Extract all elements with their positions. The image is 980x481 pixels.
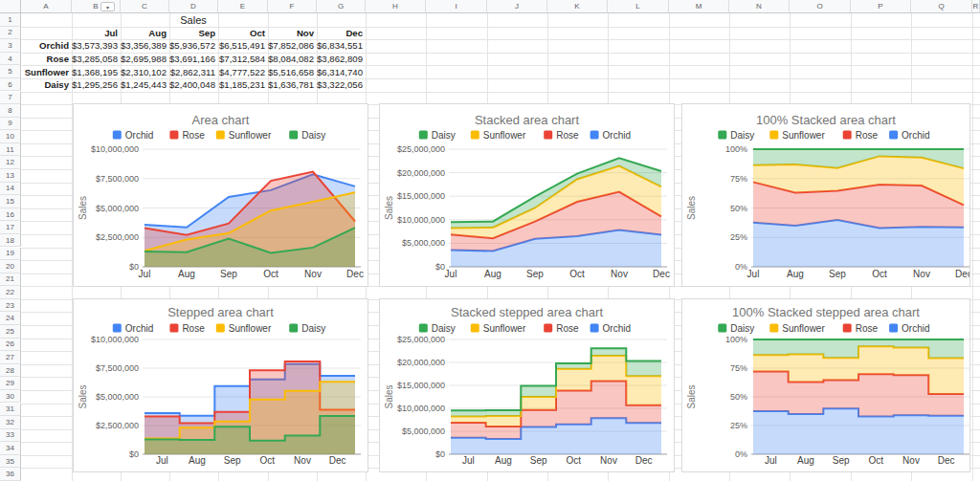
row-header-29[interactable]: 29 [0,377,21,390]
row-header-1[interactable]: 1 [0,13,21,27]
row-header-4[interactable]: 4 [0,53,21,66]
row-header-17[interactable]: 17 [0,221,21,234]
cell-value[interactable]: $6,834,551 [317,39,366,53]
chart-stepped-area-chart[interactable]: Stepped area chartOrchidRoseSunflowerDai… [73,298,368,472]
cell-value[interactable]: $6,314,740 [317,65,366,78]
cell-value[interactable]: $3,356,389 [121,39,169,53]
cell-value[interactable]: $1,245,443 [121,78,169,92]
cell-value[interactable]: $8,084,082 [268,53,317,66]
cell-value[interactable]: $2,862,311 [169,65,218,78]
row-header-5[interactable]: 5 [0,65,21,78]
column-header-Q[interactable]: Q [911,0,972,13]
row-header-22[interactable]: 22 [0,286,21,299]
cell-month[interactable]: Nov [268,27,317,40]
row-header-27[interactable]: 27 [0,351,21,364]
legend-swatch-rose [169,131,178,140]
row-header-2[interactable]: 2 [0,27,21,40]
cell-value[interactable]: $3,862,809 [317,53,366,66]
row-header-32[interactable]: 32 [0,416,21,429]
cell-row-label[interactable]: Orchid [21,39,72,53]
chart-stacked-stepped-area-chart[interactable]: Stacked stepped area chartDaisySunflower… [379,298,675,472]
cell-value[interactable]: $3,285,058 [72,53,121,66]
cell-month[interactable]: Dec [317,27,366,40]
row-header-16[interactable]: 16 [0,208,21,222]
row-header-10[interactable]: 10 [0,130,21,143]
cell-row-label[interactable]: Rose [21,53,72,66]
column-header-R[interactable]: R [972,0,980,13]
row-header-26[interactable]: 26 [0,339,21,352]
cell-value[interactable]: $1,185,231 [218,78,268,92]
chart-100-stacked-stepped-area-chart[interactable]: 100% Stacked stepped area chartDaisySunf… [681,298,970,472]
column-header-L[interactable]: L [608,0,669,13]
cell-month[interactable]: Jul [72,27,121,40]
cell-value[interactable]: $6,515,491 [218,39,268,53]
row-header-9[interactable]: 9 [0,118,21,131]
row-header-31[interactable]: 31 [0,404,21,417]
cell-month[interactable]: Aug [121,27,169,40]
row-header-13[interactable]: 13 [0,169,21,183]
column-header-G[interactable]: G [317,0,366,13]
cell-value[interactable]: $2,695,988 [121,53,169,66]
row-header-14[interactable]: 14 [0,183,21,196]
column-header-C[interactable]: C [121,0,169,13]
cell-value[interactable]: $7,852,086 [268,39,317,53]
row-header-19[interactable]: 19 [0,248,21,261]
column-header-I[interactable]: I [426,0,487,13]
row-header-28[interactable]: 28 [0,364,21,378]
row-header-35[interactable]: 35 [0,455,21,469]
cell-row-label[interactable]: Sunflower [21,65,72,78]
column-header-K[interactable]: K [547,0,608,13]
cell-value[interactable]: $5,936,572 [169,39,218,53]
x-tick-label: Aug [189,455,206,466]
y-tick-label: $0 [129,262,139,272]
cell-value[interactable]: $1,636,781 [268,78,317,92]
cell-value[interactable]: $3,573,393 [72,39,121,53]
cell-month[interactable]: Oct [218,27,268,40]
cell-value[interactable]: $4,777,522 [218,65,268,78]
cell-value[interactable]: $7,312,584 [218,53,268,66]
cell-value[interactable]: $1,368,195 [72,65,121,78]
row-header-23[interactable]: 23 [0,299,21,313]
row-header-3[interactable]: 3 [0,39,21,53]
row-header-6[interactable]: 6 [0,78,21,92]
column-header-F[interactable]: F [268,0,317,13]
row-header-20[interactable]: 20 [0,260,21,273]
select-all-corner[interactable] [0,0,21,13]
row-header-36[interactable]: 36 [0,468,21,481]
chart-100-stacked-area-chart[interactable]: 100% Stacked area chartDaisySunflowerRos… [681,103,970,287]
row-header-34[interactable]: 34 [0,442,21,455]
cell-value[interactable]: $1,295,256 [72,78,121,92]
column-b-dropdown-button[interactable]: ▾ [100,2,115,11]
column-header-M[interactable]: M [669,0,729,13]
row-header-15[interactable]: 15 [0,195,21,208]
column-header-O[interactable]: O [790,0,851,13]
cell-title[interactable]: Sales [21,13,366,27]
x-tick-label: Nov [304,269,322,279]
column-header-H[interactable]: H [366,0,426,13]
row-header-18[interactable]: 18 [0,234,21,248]
chart-area-chart[interactable]: Area chartOrchidRoseSunflowerDaisy$0$2,5… [73,103,368,287]
row-header-25[interactable]: 25 [0,325,21,339]
row-header-7[interactable]: 7 [0,92,21,105]
row-header-24[interactable]: 24 [0,312,21,325]
row-header-8[interactable]: 8 [0,104,21,118]
row-header-12[interactable]: 12 [0,156,21,169]
cell-value[interactable]: $3,691,166 [169,53,218,66]
row-header-33[interactable]: 33 [0,429,21,443]
row-header-21[interactable]: 21 [0,273,21,287]
cell-value[interactable]: $3,322,056 [317,78,366,92]
column-header-J[interactable]: J [487,0,547,13]
row-header-30[interactable]: 30 [0,390,21,404]
chart-stacked-area-chart[interactable]: Stacked area chartDaisySunflowerRoseOrch… [379,103,675,287]
cell-value[interactable]: $2,400,048 [169,78,218,92]
cell-value[interactable]: $2,310,102 [121,65,169,78]
column-header-N[interactable]: N [729,0,790,13]
row-header-11[interactable]: 11 [0,143,21,157]
cell-month[interactable]: Sep [169,27,218,40]
cell-row-label[interactable]: Daisy [21,78,72,92]
column-header-E[interactable]: E [218,0,268,13]
column-header-P[interactable]: P [851,0,911,13]
cell-value[interactable]: $5,516,658 [268,65,317,78]
column-header-D[interactable]: D [169,0,218,13]
column-header-A[interactable]: A [21,0,72,13]
